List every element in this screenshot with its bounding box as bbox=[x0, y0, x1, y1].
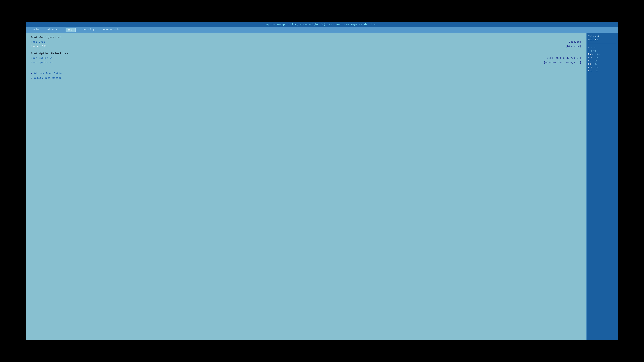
tab-security[interactable]: Security bbox=[80, 28, 96, 32]
shortcut-f1: F1 : Ge bbox=[588, 59, 616, 62]
arrow-icon-2: ► bbox=[31, 77, 32, 79]
gap-2 bbox=[31, 65, 581, 67]
shortcuts-list: ↔ : Se ↕ : Se Enter: Se +/- : Ch F1 : Ge… bbox=[588, 46, 616, 72]
gap-1 bbox=[31, 49, 581, 51]
help-line2: will be bbox=[588, 38, 598, 41]
shortcut-plusminus: +/- : Ch bbox=[588, 56, 616, 59]
boot-option-1-row[interactable]: Boot Option #1 [UEFI: USB DISK 2.0...] bbox=[31, 56, 581, 60]
delete-boot-label: Delete Boot Option bbox=[34, 77, 62, 79]
launch-csm-value: [Disabled] bbox=[566, 45, 581, 48]
shortcut-esc: ESC : Ex bbox=[588, 69, 616, 72]
boot-option-2-label: Boot Option #2 bbox=[31, 61, 53, 64]
add-new-boot-option-row[interactable]: ► Add New Boot Option bbox=[31, 71, 581, 75]
boot-option-1-label: Boot Option #1 bbox=[31, 57, 53, 59]
fast-boot-label: Fast Boot bbox=[31, 40, 45, 43]
launch-csm-row[interactable]: Launch CSM [Disabled] bbox=[31, 44, 581, 48]
title-text: Aptio Setup Utility – Copyright (C) 2013… bbox=[266, 23, 378, 26]
content-panel: Boot Configuration Fast Boot [Enabled] L… bbox=[26, 33, 586, 340]
shortcut-f10: F10 : Sa bbox=[588, 66, 616, 69]
boot-option-2-value: [Windows Boot Manage...] bbox=[544, 61, 581, 64]
boot-config-header: Boot Configuration bbox=[31, 36, 581, 39]
tab-main[interactable]: Main bbox=[31, 28, 40, 32]
tab-advanced[interactable]: Advanced bbox=[45, 28, 61, 32]
delete-boot-option-row[interactable]: ► Delete Boot Option bbox=[31, 76, 581, 80]
help-panel: This opt will be ↔ : Se ↕ : Se Enter: Se… bbox=[586, 33, 618, 340]
boot-priorities-header: Boot Option Priorities bbox=[31, 52, 581, 55]
help-description: This opt will be bbox=[588, 35, 616, 41]
shortcut-enter: Enter: Se bbox=[588, 53, 616, 56]
tab-boot[interactable]: Boot bbox=[66, 28, 76, 32]
shortcut-arrows-ud: ↕ : Se bbox=[588, 49, 616, 53]
launch-csm-label: Launch CSM bbox=[31, 45, 46, 48]
shortcut-f9: F9 : Op bbox=[588, 62, 616, 66]
gap-3 bbox=[31, 68, 581, 71]
bios-screen: Aptio Setup Utility – Copyright (C) 2013… bbox=[26, 22, 618, 340]
main-content: Boot Configuration Fast Boot [Enabled] L… bbox=[26, 33, 618, 340]
fast-boot-value: [Enabled] bbox=[567, 40, 581, 43]
fast-boot-row[interactable]: Fast Boot [Enabled] bbox=[31, 40, 581, 44]
nav-tabs: Main Advanced Boot Security Save & Exit bbox=[26, 27, 618, 33]
tab-save-exit[interactable]: Save & Exit bbox=[101, 28, 122, 32]
title-bar: Aptio Setup Utility – Copyright (C) 2013… bbox=[26, 22, 618, 27]
add-new-boot-label: Add New Boot Option bbox=[34, 72, 63, 75]
shortcut-arrows-lr: ↔ : Se bbox=[588, 46, 616, 49]
boot-option-1-value: [UEFI: USB DISK 2.0...] bbox=[546, 57, 581, 59]
arrow-icon-1: ► bbox=[31, 72, 32, 75]
boot-option-2-row[interactable]: Boot Option #2 [Windows Boot Manage...] bbox=[31, 61, 581, 64]
help-line1: This opt bbox=[588, 35, 599, 38]
